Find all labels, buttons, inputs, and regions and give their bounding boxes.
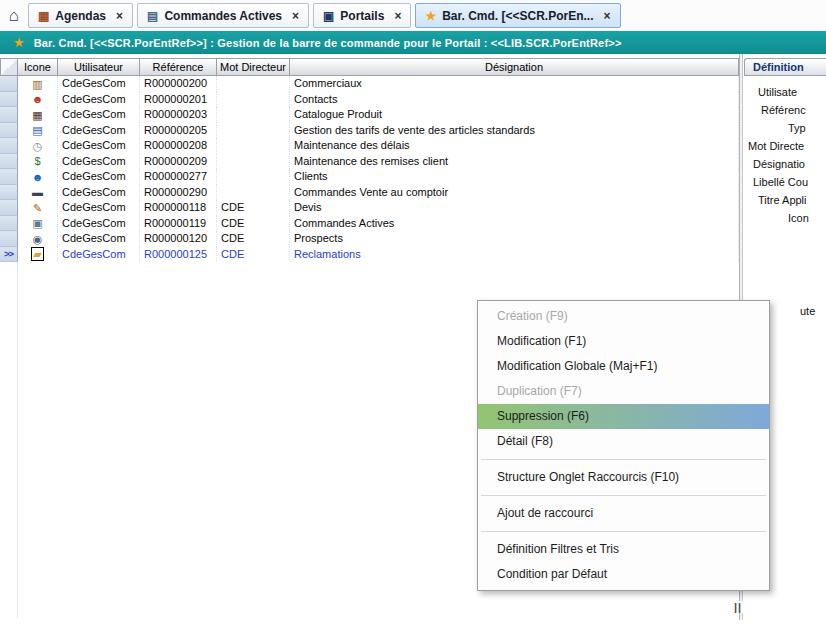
cell-reference: R000000201	[140, 92, 217, 108]
calendar-icon: ▦	[38, 9, 49, 23]
table-row[interactable]: ◉CdeGesComR000000120CDEProspects	[0, 231, 739, 247]
tab-close-icon[interactable]: ×	[394, 9, 401, 23]
row-selector-cell[interactable]	[0, 185, 18, 201]
cell-utilisateur: CdeGesCom	[58, 200, 140, 216]
remises-client-icon: $	[34, 155, 40, 167]
tab-agendas[interactable]: ▦Agendas×	[28, 3, 133, 28]
menu-item-ajout-de-raccourci[interactable]: Ajout de raccourci	[478, 501, 769, 526]
menu-item-structure-onglet-raccourcis[interactable]: Structure Onglet Raccourcis (F10)	[478, 465, 769, 490]
prospects-icon: ◉	[33, 233, 43, 245]
splitter-grip-icon[interactable]: ||	[733, 601, 743, 613]
cell-designation: Gestion des tarifs de vente des articles…	[290, 123, 739, 139]
table-row[interactable]: ▦CdeGesComR000000203Catalogue Produit	[0, 107, 739, 123]
tab-close-icon[interactable]: ×	[604, 9, 611, 23]
column-header-mot-directeur[interactable]: Mot Directeur	[217, 58, 290, 76]
row-selector-cell[interactable]	[0, 92, 18, 108]
cell-utilisateur: CdeGesCom	[58, 138, 140, 154]
data-grid: IconeUtilisateurRéférenceMot DirecteurDé…	[0, 58, 739, 262]
cell-utilisateur: CdeGesCom	[58, 76, 140, 92]
cell-utilisateur: CdeGesCom	[58, 107, 140, 123]
home-icon[interactable]: ⌂	[0, 0, 28, 31]
cell-reference: R000000290	[140, 185, 217, 201]
table-row[interactable]: ☻CdeGesComR000000201Contacts	[0, 92, 739, 108]
table-row[interactable]: $CdeGesComR000000209Maintenance des remi…	[0, 154, 739, 170]
cell-designation: Commerciaux	[290, 76, 739, 92]
menu-item-condition-par-defaut[interactable]: Condition par Défaut	[478, 562, 769, 587]
row-icon-cell: ▤	[18, 123, 58, 139]
cell-mot-directeur	[217, 92, 290, 108]
menu-item-modification[interactable]: Modification (F1)	[478, 329, 769, 354]
cell-reference: R000000125	[140, 247, 217, 263]
tab-portails[interactable]: ▣Portails×	[313, 3, 411, 28]
row-selector-cell[interactable]	[0, 200, 18, 216]
row-selector-cell[interactable]	[0, 76, 18, 92]
row-selector-cell[interactable]	[0, 123, 18, 139]
menu-item-modification-globale[interactable]: Modification Globale (Maj+F1)	[478, 354, 769, 379]
row-selector-cell[interactable]: >>	[0, 247, 18, 263]
cell-mot-directeur: CDE	[217, 247, 290, 263]
table-row[interactable]: ▥CdeGesComR000000200Commerciaux	[0, 76, 739, 92]
table-row[interactable]: ▣CdeGesComR000000119CDECommandes Actives	[0, 216, 739, 232]
tab-close-icon[interactable]: ×	[116, 9, 123, 23]
row-selector-cell[interactable]	[0, 231, 18, 247]
tab-bar-cmd[interactable]: ★Bar. Cmd. [<<SCR.PorEn...×	[415, 3, 620, 28]
table-row[interactable]: ☻CdeGesComR000000277Clients	[0, 169, 739, 185]
row-selector-cell[interactable]	[0, 216, 18, 232]
panel-label: Titre Appli	[758, 194, 807, 206]
cell-designation: Catalogue Produit	[290, 107, 739, 123]
cell-reference: R000000203	[140, 107, 217, 123]
tab-commandes-actives[interactable]: ▤Commandes Actives×	[137, 3, 309, 28]
table-row[interactable]: ◷CdeGesComR000000208Maintenance des déla…	[0, 138, 739, 154]
cell-mot-directeur	[217, 154, 290, 170]
table-row[interactable]: >>▰CdeGesComR000000125CDEReclamations	[0, 247, 739, 263]
page-title: Bar. Cmd. [<<SCR.PorEntRef>>] : Gestion …	[34, 37, 622, 49]
contacts-icon: ☻	[32, 93, 44, 105]
table-row[interactable]: ▬CdeGesComR000000290Commandes Vente au c…	[0, 185, 739, 201]
cell-mot-directeur	[217, 76, 290, 92]
cell-utilisateur: CdeGesCom	[58, 123, 140, 139]
panel-label: Utilisate	[758, 86, 797, 98]
column-header-icone[interactable]: Icone	[18, 58, 58, 76]
menu-item-detail[interactable]: Détail (F8)	[478, 429, 769, 454]
cell-reference: R000000200	[140, 76, 217, 92]
panel-label: Typ	[788, 122, 806, 134]
row-selector-cell[interactable]	[0, 107, 18, 123]
row-icon-cell: ◉	[18, 231, 58, 247]
cell-mot-directeur: CDE	[217, 231, 290, 247]
column-header-utilisateur[interactable]: Utilisateur	[58, 58, 140, 76]
cell-designation: Reclamations	[290, 247, 739, 263]
row-icon-cell: ▥	[18, 76, 58, 92]
menu-item-definition-filtres-et-tris[interactable]: Définition Filtres et Tris	[478, 537, 769, 562]
row-icon-cell: ☻	[18, 92, 58, 108]
cell-mot-directeur	[217, 185, 290, 201]
table-row[interactable]: ▤CdeGesComR000000205Gestion des tarifs d…	[0, 123, 739, 139]
clipboard-icon: ▤	[147, 9, 158, 23]
row-selector-header[interactable]	[0, 58, 18, 76]
table-row[interactable]: ✎CdeGesComR000000118CDEDevis	[0, 200, 739, 216]
row-selector-cell[interactable]	[0, 138, 18, 154]
row-icon-cell: ▬	[18, 185, 58, 201]
column-header-designation[interactable]: Désignation	[290, 58, 739, 76]
cell-designation: Clients	[290, 169, 739, 185]
menu-item-suppression[interactable]: Suppression (F6)	[478, 404, 769, 429]
cell-designation: Devis	[290, 200, 739, 216]
cell-utilisateur: CdeGesCom	[58, 185, 140, 201]
row-selector-cell[interactable]	[0, 154, 18, 170]
column-header-reference[interactable]: Référence	[140, 58, 217, 76]
row-icon-cell: ▰	[18, 247, 58, 263]
tab-strip: ▦Agendas×▤Commandes Actives×▣Portails×★B…	[28, 0, 621, 31]
row-selector-cell[interactable]	[0, 169, 18, 185]
cell-reference: R000000119	[140, 216, 217, 232]
vente-comptoir-icon: ▬	[32, 186, 43, 198]
star-icon: ★	[13, 31, 25, 54]
cell-mot-directeur: CDE	[217, 216, 290, 232]
grid-body: ▥CdeGesComR000000200Commerciaux☻CdeGesCo…	[0, 76, 739, 262]
cell-mot-directeur	[217, 169, 290, 185]
tarifs-vente-icon: ▤	[32, 124, 42, 136]
menu-separator	[481, 531, 766, 532]
panel-label: Icon	[788, 212, 809, 224]
panel-label: Libellé Cou	[753, 176, 808, 188]
cell-designation: Commandes Vente au comptoir	[290, 185, 739, 201]
menu-item-duplication: Duplication (F7)	[478, 379, 769, 404]
tab-close-icon[interactable]: ×	[292, 9, 299, 23]
